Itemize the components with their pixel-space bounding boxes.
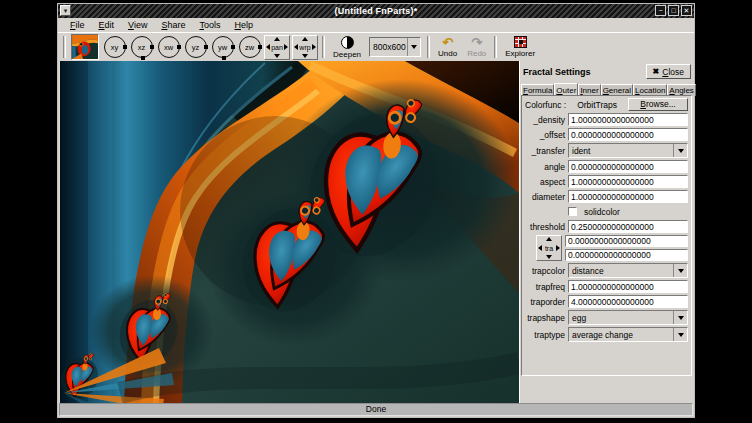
warp-label: wrp: [299, 44, 310, 51]
trapcenter-re-field[interactable]: [565, 235, 688, 247]
chevron-down-icon: [678, 269, 684, 273]
axis-dot-icon: [150, 45, 154, 49]
toolbar: xy xz xw yz yw zw pan wrp: [58, 32, 694, 61]
aspect-field[interactable]: [568, 175, 688, 188]
image-size-combo[interactable]: 800x600: [369, 37, 421, 57]
window-controls: − □ ✕: [655, 5, 692, 16]
traptype-label: traptype: [525, 330, 565, 340]
density-field[interactable]: [568, 113, 688, 126]
trapshape-combo[interactable]: egg: [568, 310, 688, 325]
explorer-grid-icon: [514, 36, 527, 48]
axis-dot-icon: [204, 45, 208, 49]
combo-arrow-button[interactable]: [407, 38, 420, 56]
panel-close-label: Close: [662, 67, 684, 77]
trapfreq-field[interactable]: [568, 280, 688, 293]
menu-edit[interactable]: Edit: [92, 20, 122, 30]
aspect-row: aspect: [525, 175, 688, 188]
close-x-icon: ✖: [653, 67, 660, 76]
transfer-value: ident: [569, 146, 673, 156]
browse-button[interactable]: Browse...: [628, 98, 688, 111]
rotate-zw-button[interactable]: zw: [236, 34, 263, 61]
rotate-xz-button[interactable]: xz: [128, 34, 155, 61]
titlebar: ▾ (Untitled FnParts)* − □ ✕: [58, 4, 694, 18]
menu-file[interactable]: File: [63, 20, 92, 30]
outer-params-frame: Colorfunc : OrbitTraps Browse... _densit…: [521, 95, 692, 376]
statusbar: Done: [59, 403, 693, 416]
trapcenter-nav-widget[interactable]: tra: [536, 235, 562, 261]
combo-arrow-button[interactable]: [673, 328, 687, 341]
diameter-label: diameter: [525, 192, 565, 202]
colorfunc-value: OrbitTraps: [569, 100, 625, 110]
menu-view[interactable]: View: [121, 20, 154, 30]
arrow-up-icon: [546, 237, 552, 241]
arrow-right-icon: [312, 44, 316, 50]
trapcenter-fields: [565, 235, 688, 261]
offset-label: _offset: [525, 130, 565, 140]
transfer-combo[interactable]: ident: [568, 143, 688, 158]
preview-thumbnail[interactable]: [71, 34, 99, 60]
angle-field[interactable]: [568, 160, 688, 173]
rotate-zw-label: zw: [245, 43, 254, 52]
combo-arrow-button[interactable]: [673, 264, 687, 277]
chevron-down-icon: [678, 316, 684, 320]
arrow-down-icon: [302, 54, 308, 58]
trapcolor-label: trapcolor: [525, 266, 565, 276]
rotate-yz-button[interactable]: yz: [182, 34, 209, 61]
arrow-right-icon: [284, 44, 288, 50]
fractal-image: [60, 61, 519, 404]
arrow-up-icon: [302, 37, 308, 41]
trapshape-label: trapshape: [525, 313, 565, 323]
maximize-button[interactable]: □: [668, 5, 679, 16]
window-menu-button[interactable]: ▾: [60, 5, 71, 16]
toolbar-separator: [63, 36, 66, 58]
colorfunc-row: Colorfunc : OrbitTraps Browse...: [525, 98, 688, 111]
traporder-label: traporder: [525, 297, 565, 307]
chevron-down-icon: [678, 149, 684, 153]
rotate-xw-button[interactable]: xw: [155, 34, 182, 61]
deepen-label: Deepen: [333, 50, 361, 59]
pan-widget[interactable]: pan: [264, 35, 290, 60]
deepen-half-circle-icon: [341, 36, 354, 49]
explorer-button[interactable]: Explorer: [505, 36, 535, 58]
deepen-button[interactable]: Deepen: [333, 36, 361, 59]
axis-dot-icon: [177, 45, 181, 49]
offset-field[interactable]: [568, 128, 688, 141]
threshold-field[interactable]: [568, 220, 688, 233]
fractal-canvas[interactable]: [60, 61, 519, 404]
desktop: { "titlebar": { "title": "(Untitled FnPa…: [0, 0, 752, 423]
combo-arrow-button[interactable]: [673, 311, 687, 324]
trapcenter-im-field[interactable]: [565, 249, 688, 261]
trapcolor-row: trapcolor distance: [525, 263, 688, 278]
menu-share[interactable]: Share: [154, 20, 192, 30]
rotate-yw-button[interactable]: yw: [209, 34, 236, 61]
panel-close-button[interactable]: ✖ Close: [646, 64, 691, 79]
traporder-field[interactable]: [568, 295, 688, 308]
rotate-xy-button[interactable]: xy: [101, 34, 128, 61]
redo-icon: ↷: [471, 37, 482, 48]
close-button[interactable]: ✕: [681, 5, 692, 16]
close-icon: ✕: [684, 7, 690, 14]
menu-help[interactable]: Help: [227, 20, 260, 30]
axis-dot-icon: [222, 56, 226, 60]
toolbar-separator: [322, 36, 325, 58]
minimize-button[interactable]: −: [655, 5, 666, 16]
rotate-xy-label: xy: [111, 43, 119, 52]
menu-tools[interactable]: Tools: [192, 20, 227, 30]
undo-icon: ↶: [442, 37, 453, 48]
redo-button[interactable]: ↷ Redo: [467, 37, 486, 58]
density-label: _density: [525, 115, 565, 125]
combo-arrow-button[interactable]: [673, 144, 687, 157]
solidcolor-checkbox[interactable]: [568, 207, 577, 216]
warp-widget[interactable]: wrp: [292, 35, 318, 60]
trapcolor-combo[interactable]: distance: [568, 263, 688, 278]
preview-thumbnail-image: [72, 35, 98, 59]
menubar: File Edit View Share Tools Help: [58, 18, 694, 32]
undo-button[interactable]: ↶ Undo: [438, 37, 457, 58]
traptype-combo[interactable]: average change: [568, 327, 688, 342]
diameter-row: diameter: [525, 190, 688, 203]
panel-title: Fractal Settings: [523, 67, 591, 77]
diameter-field[interactable]: [568, 190, 688, 203]
rotate-yw-label: yw: [218, 43, 227, 52]
axis-dot-icon: [141, 56, 145, 60]
threshold-label: threshold: [525, 222, 565, 232]
